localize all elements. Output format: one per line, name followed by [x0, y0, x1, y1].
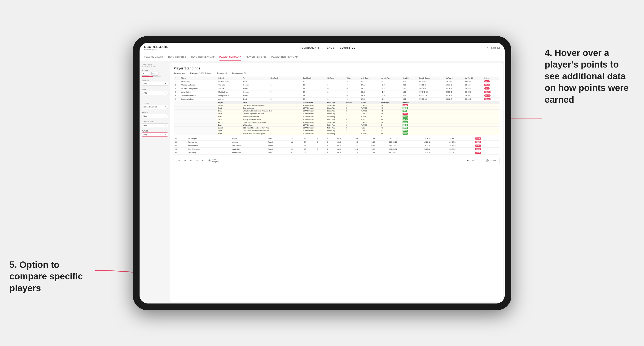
division-dropdown[interactable]: NCAA Division I ▾: [142, 105, 168, 109]
logo-area: SCOREBOARD Powered by clipd: [144, 45, 169, 50]
toolbar-settings[interactable]: ⚙: [189, 159, 193, 163]
tooltip-event: Tiger Invitational: [242, 107, 302, 109]
toolbar-watch-label[interactable]: Watch: [472, 160, 477, 162]
tooltip-wpoints[interactable]: 66.40: [402, 132, 500, 135]
sign-out-button[interactable]: Sign out: [491, 46, 500, 49]
points-value[interactable]: 70.2: [484, 87, 490, 90]
points-value[interactable]: 50.58: [475, 138, 481, 140]
cell-school: Ole Miss: [217, 83, 242, 87]
points-value[interactable]: 38.49: [475, 152, 481, 154]
nav-teams[interactable]: TEAMS: [326, 46, 334, 49]
cell-avg-sg: 1.43: [370, 137, 388, 141]
toolbar-clock[interactable]: 🕐: [208, 159, 212, 163]
tooltip-wpoints[interactable]: 46.7: [402, 109, 500, 112]
cell-points[interactable]: 50.58: [474, 137, 500, 141]
points-value[interactable]: 40.27: [475, 141, 481, 143]
gender-section: Gender Men ▾: [142, 79, 168, 86]
sub-nav-team-summary[interactable]: TEAM SUMMARY: [144, 53, 163, 61]
toolbar-eye[interactable]: 👁: [466, 159, 470, 163]
cell-points[interactable]: 76.3: [483, 83, 499, 87]
sub-nav-team-h2h-heatmap[interactable]: TEAM H2H HEATMAP: [191, 53, 214, 61]
year-section: Year (All) ▾: [142, 89, 168, 95]
cell-points[interactable]: 70.2: [483, 87, 499, 90]
tooltip-event: SEC Stroke Play hosted by Jerry Pate: [242, 129, 302, 132]
cell-top25: 24-35-3: [445, 90, 464, 94]
table-row[interactable]: 3 Michael Thorbjornsen Stanford Fourth 1…: [174, 87, 500, 90]
table-row[interactable]: 22 Ian Gilligan Florida Third 10 24 1 0 …: [174, 137, 500, 141]
range-max[interactable]: 52: [151, 72, 158, 76]
sub-nav-player-h2h-grid[interactable]: PLAYER H2H GRID: [246, 53, 267, 61]
sub-nav-player-summary[interactable]: PLAYER SUMMARY: [220, 53, 241, 61]
tooltip-col-event: Event: [242, 101, 302, 104]
cell-conf-rank: 27: [302, 97, 326, 101]
toolbar-more[interactable]: ⋯: [201, 159, 206, 163]
toolbar-comment[interactable]: 💬: [485, 159, 489, 163]
conference-dropdown[interactable]: (All) ▾: [142, 123, 168, 127]
cell-points[interactable]: 88.2: [483, 80, 499, 83]
cell-points[interactable]: 40.27: [474, 140, 500, 144]
tooltip-data-row: Luke I SEC Match Play hosted by Jerry Pa…: [174, 126, 500, 129]
nav-tournaments[interactable]: TOURNAMENTS: [300, 46, 320, 49]
table-row[interactable]: 25 Cole Sherwood Vanderbilt Fourth 12 23…: [174, 147, 500, 151]
toolbar-share-label[interactable]: Share: [491, 160, 496, 162]
range-min[interactable]: 4: [142, 72, 149, 76]
tooltip-wpoints[interactable]: 16.50: [402, 121, 500, 124]
tooltip-wpoints[interactable]: 56.38: [402, 129, 500, 132]
toolbar-redo[interactable]: ↪: [183, 159, 187, 163]
table-row[interactable]: 4 Luke Claton Florida State Second 5 27 …: [174, 90, 500, 94]
region-dropdown[interactable]: N/A ▾: [142, 114, 168, 118]
points-value[interactable]: 39.95: [475, 148, 481, 150]
table-row[interactable]: 23 Jack Lundin Missouri Fourth 11 24 0 0…: [174, 140, 500, 144]
table-row[interactable]: 24 Bastien Amat New Mexico Fourth 1 27 2…: [174, 144, 500, 147]
points-value[interactable]: 88.2: [484, 80, 490, 82]
points-value[interactable]: 60.49: [484, 94, 490, 97]
tooltip-rank: +0: [380, 129, 402, 132]
cell-player: Petr Hruby: [186, 151, 230, 155]
cell-points[interactable]: 60.49: [483, 94, 499, 97]
cell-yr: Fourth: [242, 94, 270, 97]
tooltip-wpoints[interactable]: 53.60: [402, 107, 500, 109]
cell-conf-rank: 18: [302, 83, 326, 87]
year-dropdown[interactable]: (All) ▾: [142, 91, 168, 95]
cell-points[interactable]: 68.54: [483, 90, 499, 94]
toolbar-undo[interactable]: ↩: [177, 159, 181, 163]
cell-points[interactable]: 58.18: [483, 97, 499, 101]
cell-points[interactable]: 38.49: [474, 151, 500, 155]
cell-points[interactable]: 39.95: [474, 147, 500, 151]
cell-points[interactable]: 40.02: [474, 144, 500, 147]
points-value[interactable]: 68.54: [484, 91, 490, 93]
tooltip-wpoints[interactable]: 37.57: [402, 115, 500, 118]
sub-nav-team-h2h-grid[interactable]: TEAM H2H GRID: [168, 53, 186, 61]
toolbar-download[interactable]: ⬇: [479, 159, 483, 163]
table-header-row: # Player School Yr Reg Rank Conf Rank No…: [174, 77, 500, 80]
tooltip-col-type: Event Type: [326, 101, 345, 104]
tooltip-wpoints[interactable]: 73.33: [402, 112, 500, 115]
cell-school: Florida State: [217, 90, 242, 94]
table-row[interactable]: 1 Wenyi Ding Arizona State First 1 15 1 …: [174, 80, 500, 83]
table-row[interactable]: 5 Christo Lamprecht Georgia Tech Fourth …: [174, 94, 500, 97]
table-row[interactable]: 6 Jackson Kolson Auburn First 2 27 8 2 6…: [174, 97, 500, 101]
cell-avg-sg: 1.98: [402, 90, 418, 94]
cell-avg-sg: 2.72: [402, 97, 418, 101]
range-slider[interactable]: [142, 76, 161, 77]
col-top25: Vs Top 25: [445, 77, 464, 80]
player-dropdown[interactable]: (All) ▾: [142, 133, 168, 137]
tooltip-wpoints[interactable]: 30.47: [402, 124, 500, 126]
tooltip-status: PLAYED: [360, 124, 380, 126]
table-row[interactable]: 2 Michael La Sasso Ole Miss Second 1 18 …: [174, 83, 500, 87]
sub-nav-player-h2h-heatmap[interactable]: PLAYER H2H HEATMAP: [272, 53, 298, 61]
tooltip-wpoints[interactable]: 35.98: [402, 126, 500, 129]
points-value[interactable]: 76.3: [484, 84, 490, 86]
toolbar-copy[interactable]: ⧉: [195, 159, 199, 163]
table-row[interactable]: 26 Petr Hruby Washington Fifth 7 23 0 0 …: [174, 151, 500, 155]
tooltip-wpoints[interactable]: 24.11: [402, 118, 500, 121]
tooltip-status: PLAYED: [360, 121, 380, 124]
points-value[interactable]: 40.02: [475, 145, 481, 147]
toolbar-view[interactable]: View: Original: [214, 159, 218, 163]
points-value[interactable]: 58.18: [484, 98, 490, 100]
cell-conf-rank: 24: [303, 137, 316, 141]
tooltip-wpoints[interactable]: 63.64: [402, 104, 500, 107]
cell-top50: 19-16-2: [448, 144, 474, 147]
gender-dropdown[interactable]: Men ▾: [142, 82, 168, 86]
nav-committee[interactable]: COMMITTEE: [340, 46, 355, 49]
